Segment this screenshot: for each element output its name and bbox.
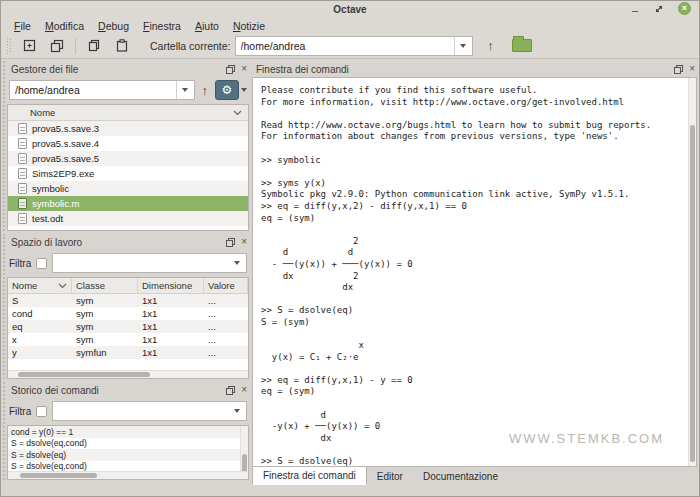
file-icon <box>18 138 27 149</box>
undock-icon[interactable] <box>226 386 235 395</box>
tab-editor[interactable]: Editor <box>367 467 413 485</box>
workspace-row[interactable]: condsym1x1... <box>8 307 248 320</box>
file-icon <box>18 168 27 179</box>
scrollbar-thumb[interactable] <box>20 473 97 478</box>
window-controls: – × <box>630 2 691 15</box>
undock-icon[interactable] <box>226 238 235 247</box>
panel-close-icon[interactable]: × <box>241 237 247 247</box>
workspace-row[interactable]: Ssym1x1... <box>8 294 248 307</box>
workspace-hscrollbar[interactable] <box>8 370 248 378</box>
undock-icon[interactable] <box>226 65 235 74</box>
terminal-output[interactable]: Please contribute if you find this softw… <box>253 78 696 467</box>
history-filter-input[interactable] <box>53 405 228 417</box>
chevron-down-icon <box>460 44 466 48</box>
new-script-button[interactable] <box>19 36 39 56</box>
file-row[interactable]: symbolic <box>8 181 248 196</box>
close-icon[interactable]: × <box>678 2 691 15</box>
file-name: prova5.s.save.5 <box>32 153 99 164</box>
current-dir-label: Cartella corrente: <box>150 40 231 52</box>
main-toolbar: Cartella corrente: ↑ <box>1 33 699 59</box>
workspace-title: Spazio di lavoro <box>11 237 82 248</box>
file-row[interactable]: prova5.s.save.5 <box>8 151 248 166</box>
terminal-vscrollbar[interactable] <box>688 78 696 466</box>
history-hscrollbar[interactable] <box>8 471 248 479</box>
history-item[interactable]: cond = y(0) == 1 <box>8 426 248 438</box>
file-name: symbolic.m <box>32 198 80 209</box>
history-item[interactable]: S = dsolve(eq) <box>8 449 248 461</box>
filter-dropdown[interactable] <box>228 254 246 272</box>
watermark: WWW.STEMKB.COM <box>509 431 664 446</box>
panel-close-icon[interactable]: × <box>689 64 695 74</box>
menu-notizie[interactable]: Notizie <box>226 19 272 33</box>
file-name: prova5.s.save.3 <box>32 123 99 134</box>
toolbar-drag-handle[interactable] <box>7 38 11 54</box>
file-row[interactable]: prova5.s.save.3 <box>8 121 248 136</box>
path-dropdown[interactable] <box>176 81 194 99</box>
arrow-up-icon: ↑ <box>487 39 494 52</box>
folder-up-button[interactable]: ↑ <box>200 84 211 97</box>
workspace-table-header[interactable]: Nome Classe Dimensione Valore <box>8 278 248 294</box>
history-list-container: cond = y(0) == 1 S = dsolve(eq,cond) S =… <box>7 425 249 480</box>
workspace-row[interactable]: xsym1x1... <box>8 333 248 346</box>
file-row[interactable]: test.odt <box>8 211 248 226</box>
paste-button[interactable] <box>112 36 132 56</box>
file-name: prova5.s.save.4 <box>32 138 99 149</box>
workspace-filter-combobox[interactable] <box>52 253 247 273</box>
current-dir-input[interactable] <box>236 40 454 52</box>
workspace-table-container: Nome Classe Dimensione Valore Ssym1x1...… <box>7 277 249 379</box>
terminal-container: Please contribute if you find this softw… <box>252 77 697 467</box>
history-panel: Storico dei comandi × Filtra cond = y(0)… <box>3 382 249 480</box>
workspace-filter-row: Filtra <box>7 250 249 277</box>
history-item[interactable]: S = dsolve(eq,cond) <box>8 438 248 450</box>
menu-aiuto[interactable]: Aiuto <box>188 19 226 33</box>
chevron-down-icon <box>234 261 240 265</box>
file-row-selected[interactable]: symbolic.m <box>8 196 248 211</box>
panel-close-icon[interactable]: × <box>241 385 247 395</box>
filter-dropdown[interactable] <box>228 402 246 420</box>
open-file-button[interactable] <box>47 36 67 56</box>
actions-menu-button[interactable]: ⚙ <box>215 80 247 100</box>
col-dimensione: Dimensione <box>138 278 204 293</box>
menu-debug[interactable]: Debug <box>91 19 136 33</box>
filter-label: Filtra <box>9 406 31 417</box>
current-dir-combobox[interactable] <box>235 36 473 56</box>
file-browser-header: Gestore dei file × <box>7 61 249 77</box>
workspace-panel: Spazio di lavoro × Filtra Nome C <box>3 234 249 379</box>
title-bar: Octave – × <box>1 1 699 18</box>
tab-finestra-dei-comandi[interactable]: Finestra dei comandi <box>252 467 367 485</box>
copy-button[interactable] <box>84 36 104 56</box>
filter-checkbox[interactable] <box>36 406 47 417</box>
undock-icon[interactable] <box>674 65 683 74</box>
scrollbar-thumb[interactable] <box>18 372 150 377</box>
browse-dir-button[interactable] <box>509 36 535 56</box>
chevron-down-icon <box>241 88 247 92</box>
toolbar-separator <box>75 38 76 54</box>
current-dir-dropdown[interactable] <box>454 37 472 55</box>
workspace-filter-input[interactable] <box>53 257 228 269</box>
chevron-down-icon <box>182 88 188 92</box>
file-row[interactable]: Sims2EP9.exe <box>8 166 248 181</box>
workspace-row[interactable]: ysymfun1x1... <box>8 346 248 359</box>
history-filter-row: Filtra <box>7 398 249 425</box>
path-input[interactable] <box>10 84 176 96</box>
minimize-icon[interactable]: – <box>630 4 640 14</box>
menu-file[interactable]: File <box>7 19 38 33</box>
scrollbar-thumb[interactable] <box>690 125 695 463</box>
file-icon <box>18 123 27 134</box>
history-filter-combobox[interactable] <box>52 401 247 421</box>
menu-modifica[interactable]: Modifica <box>38 19 91 33</box>
filter-checkbox[interactable] <box>36 258 47 269</box>
panel-close-icon[interactable]: × <box>241 64 247 74</box>
file-list-column-header[interactable]: Nome <box>8 105 248 121</box>
dir-up-button[interactable]: ↑ <box>481 36 501 56</box>
command-window-panel: Finestra dei comandi × Please contribute… <box>252 61 697 496</box>
tab-documentazione[interactable]: Documentazione <box>413 467 508 485</box>
chevron-down-icon <box>58 283 67 289</box>
path-combobox[interactable] <box>9 80 195 100</box>
file-name: symbolic <box>32 183 69 194</box>
file-row[interactable]: prova5.s.save.4 <box>8 136 248 151</box>
maximize-icon[interactable] <box>654 4 664 14</box>
menu-finestra[interactable]: Finestra <box>136 19 188 33</box>
workspace-row[interactable]: eqsym1x1... <box>8 320 248 333</box>
file-list-container: Nome prova5.s.save.3 prova5.s.save.4 pro… <box>7 104 249 231</box>
